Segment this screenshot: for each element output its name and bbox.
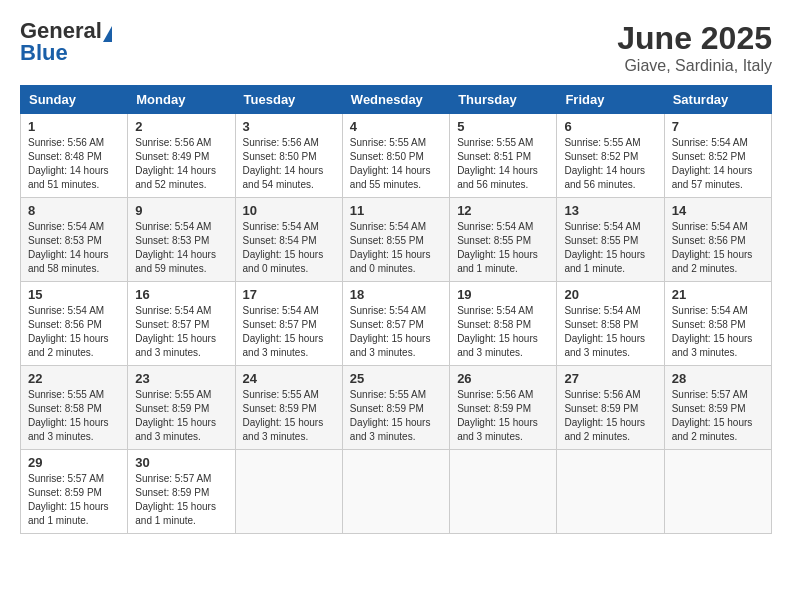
calendar-cell [235, 450, 342, 534]
calendar-cell: 14Sunrise: 5:54 AMSunset: 8:56 PMDayligh… [664, 198, 771, 282]
day-number: 20 [564, 287, 656, 302]
day-number: 14 [672, 203, 764, 218]
day-info: Sunrise: 5:54 AMSunset: 8:57 PMDaylight:… [135, 304, 227, 360]
calendar-cell: 15Sunrise: 5:54 AMSunset: 8:56 PMDayligh… [21, 282, 128, 366]
calendar-week-1: 1Sunrise: 5:56 AMSunset: 8:48 PMDaylight… [21, 114, 772, 198]
day-info: Sunrise: 5:56 AMSunset: 8:59 PMDaylight:… [457, 388, 549, 444]
logo: General Blue [20, 20, 112, 64]
calendar-cell: 19Sunrise: 5:54 AMSunset: 8:58 PMDayligh… [450, 282, 557, 366]
day-number: 2 [135, 119, 227, 134]
day-number: 3 [243, 119, 335, 134]
day-number: 27 [564, 371, 656, 386]
day-info: Sunrise: 5:55 AMSunset: 8:58 PMDaylight:… [28, 388, 120, 444]
calendar-cell: 4Sunrise: 5:55 AMSunset: 8:50 PMDaylight… [342, 114, 449, 198]
day-info: Sunrise: 5:54 AMSunset: 8:53 PMDaylight:… [28, 220, 120, 276]
day-number: 19 [457, 287, 549, 302]
day-number: 10 [243, 203, 335, 218]
day-number: 4 [350, 119, 442, 134]
day-info: Sunrise: 5:54 AMSunset: 8:58 PMDaylight:… [564, 304, 656, 360]
day-number: 28 [672, 371, 764, 386]
day-info: Sunrise: 5:54 AMSunset: 8:58 PMDaylight:… [457, 304, 549, 360]
day-info: Sunrise: 5:56 AMSunset: 8:50 PMDaylight:… [243, 136, 335, 192]
day-number: 24 [243, 371, 335, 386]
calendar-cell [342, 450, 449, 534]
day-info: Sunrise: 5:54 AMSunset: 8:55 PMDaylight:… [457, 220, 549, 276]
logo-blue-text: Blue [20, 42, 68, 64]
calendar-week-4: 22Sunrise: 5:55 AMSunset: 8:58 PMDayligh… [21, 366, 772, 450]
calendar-cell: 24Sunrise: 5:55 AMSunset: 8:59 PMDayligh… [235, 366, 342, 450]
calendar-cell: 1Sunrise: 5:56 AMSunset: 8:48 PMDaylight… [21, 114, 128, 198]
day-info: Sunrise: 5:54 AMSunset: 8:56 PMDaylight:… [672, 220, 764, 276]
calendar-cell [450, 450, 557, 534]
weekday-header-row: SundayMondayTuesdayWednesdayThursdayFrid… [21, 86, 772, 114]
day-number: 1 [28, 119, 120, 134]
day-number: 23 [135, 371, 227, 386]
day-info: Sunrise: 5:54 AMSunset: 8:55 PMDaylight:… [350, 220, 442, 276]
day-info: Sunrise: 5:55 AMSunset: 8:59 PMDaylight:… [350, 388, 442, 444]
calendar-subtitle: Giave, Sardinia, Italy [617, 57, 772, 75]
day-info: Sunrise: 5:54 AMSunset: 8:52 PMDaylight:… [672, 136, 764, 192]
calendar-cell: 25Sunrise: 5:55 AMSunset: 8:59 PMDayligh… [342, 366, 449, 450]
calendar-cell: 27Sunrise: 5:56 AMSunset: 8:59 PMDayligh… [557, 366, 664, 450]
day-number: 21 [672, 287, 764, 302]
calendar-cell: 23Sunrise: 5:55 AMSunset: 8:59 PMDayligh… [128, 366, 235, 450]
calendar-cell: 16Sunrise: 5:54 AMSunset: 8:57 PMDayligh… [128, 282, 235, 366]
day-number: 17 [243, 287, 335, 302]
calendar-cell: 7Sunrise: 5:54 AMSunset: 8:52 PMDaylight… [664, 114, 771, 198]
day-info: Sunrise: 5:54 AMSunset: 8:57 PMDaylight:… [350, 304, 442, 360]
logo-triangle-icon [103, 26, 112, 42]
day-number: 29 [28, 455, 120, 470]
calendar-week-2: 8Sunrise: 5:54 AMSunset: 8:53 PMDaylight… [21, 198, 772, 282]
day-number: 16 [135, 287, 227, 302]
day-info: Sunrise: 5:55 AMSunset: 8:59 PMDaylight:… [243, 388, 335, 444]
calendar-cell: 11Sunrise: 5:54 AMSunset: 8:55 PMDayligh… [342, 198, 449, 282]
day-info: Sunrise: 5:55 AMSunset: 8:51 PMDaylight:… [457, 136, 549, 192]
calendar-cell: 18Sunrise: 5:54 AMSunset: 8:57 PMDayligh… [342, 282, 449, 366]
day-number: 30 [135, 455, 227, 470]
calendar-table: SundayMondayTuesdayWednesdayThursdayFrid… [20, 85, 772, 534]
day-info: Sunrise: 5:54 AMSunset: 8:55 PMDaylight:… [564, 220, 656, 276]
page-header: General Blue June 2025 Giave, Sardinia, … [20, 20, 772, 75]
calendar-cell: 30Sunrise: 5:57 AMSunset: 8:59 PMDayligh… [128, 450, 235, 534]
day-info: Sunrise: 5:56 AMSunset: 8:49 PMDaylight:… [135, 136, 227, 192]
day-info: Sunrise: 5:57 AMSunset: 8:59 PMDaylight:… [135, 472, 227, 528]
day-number: 8 [28, 203, 120, 218]
calendar-cell: 6Sunrise: 5:55 AMSunset: 8:52 PMDaylight… [557, 114, 664, 198]
calendar-cell: 28Sunrise: 5:57 AMSunset: 8:59 PMDayligh… [664, 366, 771, 450]
day-number: 5 [457, 119, 549, 134]
calendar-cell: 29Sunrise: 5:57 AMSunset: 8:59 PMDayligh… [21, 450, 128, 534]
calendar-cell: 10Sunrise: 5:54 AMSunset: 8:54 PMDayligh… [235, 198, 342, 282]
calendar-cell: 3Sunrise: 5:56 AMSunset: 8:50 PMDaylight… [235, 114, 342, 198]
day-info: Sunrise: 5:56 AMSunset: 8:48 PMDaylight:… [28, 136, 120, 192]
day-number: 25 [350, 371, 442, 386]
calendar-cell: 13Sunrise: 5:54 AMSunset: 8:55 PMDayligh… [557, 198, 664, 282]
calendar-cell: 22Sunrise: 5:55 AMSunset: 8:58 PMDayligh… [21, 366, 128, 450]
day-info: Sunrise: 5:55 AMSunset: 8:59 PMDaylight:… [135, 388, 227, 444]
day-info: Sunrise: 5:54 AMSunset: 8:58 PMDaylight:… [672, 304, 764, 360]
calendar-cell [664, 450, 771, 534]
day-info: Sunrise: 5:56 AMSunset: 8:59 PMDaylight:… [564, 388, 656, 444]
calendar-cell: 12Sunrise: 5:54 AMSunset: 8:55 PMDayligh… [450, 198, 557, 282]
day-info: Sunrise: 5:54 AMSunset: 8:56 PMDaylight:… [28, 304, 120, 360]
day-number: 26 [457, 371, 549, 386]
day-info: Sunrise: 5:54 AMSunset: 8:57 PMDaylight:… [243, 304, 335, 360]
day-number: 12 [457, 203, 549, 218]
day-number: 22 [28, 371, 120, 386]
calendar-cell: 8Sunrise: 5:54 AMSunset: 8:53 PMDaylight… [21, 198, 128, 282]
day-number: 18 [350, 287, 442, 302]
weekday-header-monday: Monday [128, 86, 235, 114]
day-info: Sunrise: 5:54 AMSunset: 8:53 PMDaylight:… [135, 220, 227, 276]
calendar-week-5: 29Sunrise: 5:57 AMSunset: 8:59 PMDayligh… [21, 450, 772, 534]
weekday-header-thursday: Thursday [450, 86, 557, 114]
day-number: 6 [564, 119, 656, 134]
day-info: Sunrise: 5:55 AMSunset: 8:50 PMDaylight:… [350, 136, 442, 192]
calendar-cell [557, 450, 664, 534]
day-info: Sunrise: 5:54 AMSunset: 8:54 PMDaylight:… [243, 220, 335, 276]
calendar-cell: 9Sunrise: 5:54 AMSunset: 8:53 PMDaylight… [128, 198, 235, 282]
calendar-cell: 20Sunrise: 5:54 AMSunset: 8:58 PMDayligh… [557, 282, 664, 366]
calendar-cell: 21Sunrise: 5:54 AMSunset: 8:58 PMDayligh… [664, 282, 771, 366]
calendar-cell: 26Sunrise: 5:56 AMSunset: 8:59 PMDayligh… [450, 366, 557, 450]
title-block: June 2025 Giave, Sardinia, Italy [617, 20, 772, 75]
weekday-header-wednesday: Wednesday [342, 86, 449, 114]
weekday-header-tuesday: Tuesday [235, 86, 342, 114]
